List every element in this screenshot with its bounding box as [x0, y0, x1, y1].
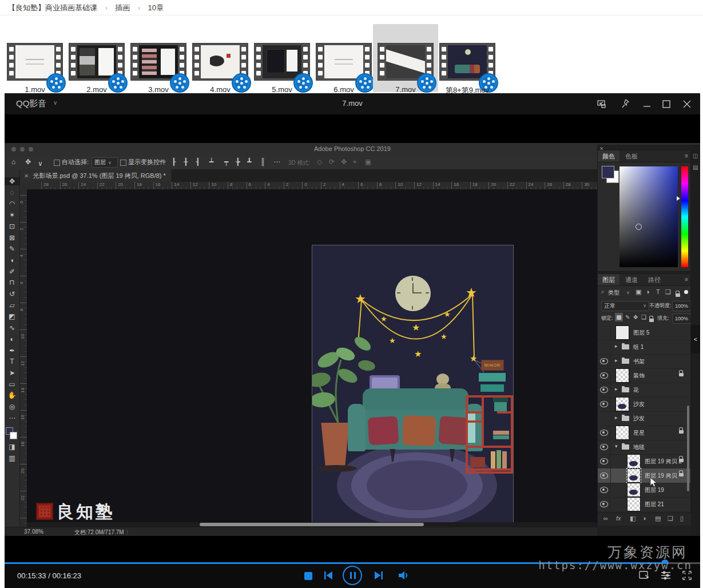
layer-thumbnail[interactable] [616, 398, 629, 411]
distribute-v-icon[interactable]: ┻ [247, 158, 251, 166]
mini-mode-button[interactable] [595, 98, 608, 110]
snapshot-button[interactable] [638, 570, 650, 581]
move-tool-icon[interactable]: ✥ [25, 158, 31, 166]
magic-wand-tool[interactable]: ✶ [5, 211, 19, 219]
visibility-toggle[interactable] [598, 483, 611, 497]
photoshop-canvas[interactable]: ★ ★ ★ ★ ★ ★ ★ ★ ★ MINOR [27, 189, 597, 522]
color-picker-marker[interactable] [636, 224, 642, 230]
more-tools[interactable]: ⋯ [5, 414, 19, 422]
auto-select-target-select[interactable]: 图层∨ [92, 157, 118, 168]
panel-menu-icon[interactable]: ≡ [685, 153, 688, 159]
minimize-button[interactable] [641, 98, 653, 110]
status-expand-arrow[interactable]: 〉 [126, 529, 132, 536]
zoom-tool[interactable]: ◎ [5, 403, 19, 411]
layer-row[interactable]: 图层 19 [598, 483, 690, 498]
chevron-right-icon[interactable]: ▸ [615, 386, 618, 392]
home-icon[interactable]: ⌂ [11, 158, 15, 166]
dodge-tool[interactable]: ◐ [5, 335, 19, 343]
pause-button[interactable] [343, 566, 362, 585]
fill-value[interactable]: 100%∨ [672, 313, 693, 324]
foreground-color-swatch[interactable] [602, 166, 614, 178]
next-button[interactable] [373, 570, 384, 581]
visibility-toggle[interactable] [598, 340, 611, 354]
layer-mask-icon[interactable]: ◧ [630, 515, 636, 522]
visibility-toggle[interactable] [598, 440, 611, 454]
lock-paint-icon[interactable]: ✎ [625, 314, 630, 320]
filter-pixel-icon[interactable]: ▣ [636, 288, 641, 296]
show-transform-checkbox[interactable] [120, 160, 126, 166]
layer-thumbnail[interactable] [627, 469, 640, 482]
gradient-tool[interactable]: ◩ [5, 312, 19, 320]
lock-artboard-icon[interactable]: ❏ [641, 314, 646, 320]
layer-name[interactable]: 装饰 [633, 372, 645, 380]
new-layer-icon[interactable]: ❏ [668, 515, 673, 522]
layer-group-row[interactable]: ▸组 1 [598, 340, 690, 355]
lock-transparent-icon[interactable]: ▩ [615, 313, 623, 321]
hue-slider-arrow[interactable] [677, 196, 680, 201]
brush-tool[interactable]: ✐ [5, 268, 19, 276]
settings-button[interactable] [660, 570, 672, 581]
horizontal-scrollbar[interactable] [27, 522, 597, 527]
shape-tool[interactable]: ▭ [5, 380, 19, 388]
chevron-down-icon[interactable]: ∨ [38, 160, 43, 168]
layer-name[interactable]: 地毯 [633, 443, 645, 451]
new-group-icon[interactable]: ▤ [655, 515, 661, 522]
visibility-toggle[interactable] [598, 368, 611, 383]
pen-tool[interactable]: ✒ [5, 347, 19, 355]
visibility-toggle[interactable] [598, 468, 611, 483]
lasso-tool[interactable]: ◠ [5, 200, 19, 208]
layer-row[interactable]: 图层 21 [598, 497, 690, 512]
tab-图层[interactable]: 图层 [598, 274, 619, 285]
chevron-down-icon[interactable]: ∨ [626, 290, 630, 295]
screen-mode-button[interactable]: ▥ [5, 454, 19, 462]
quick-mask-button[interactable]: ◨ [5, 443, 19, 451]
auto-select-checkbox[interactable] [54, 160, 60, 166]
layer-thumbnail[interactable] [616, 369, 629, 382]
align-top-icon[interactable]: ┯ [224, 158, 228, 166]
layer-name[interactable]: 图层 19 拷贝 2 [645, 458, 682, 466]
visibility-toggle[interactable] [598, 397, 611, 411]
delete-layer-icon[interactable]: ▯ [680, 515, 684, 522]
layer-group-row[interactable]: ▸花 [598, 383, 690, 398]
eyedropper-tool[interactable]: ✎ [5, 245, 19, 253]
layer-group-row[interactable]: ▾地毯 [598, 440, 690, 455]
pin-button[interactable] [619, 98, 632, 110]
layer-thumbnail[interactable] [627, 483, 640, 496]
visibility-toggle[interactable] [598, 411, 611, 426]
frame-tool[interactable]: ⊠ [5, 234, 19, 242]
document-tab[interactable]: ✕光影场景.psd @ 37.1% (图层 19 拷贝, RGB/8) * [19, 169, 172, 182]
tab-路径[interactable]: 路径 [644, 274, 665, 285]
adjustment-layer-icon[interactable]: ◑ [642, 515, 646, 522]
volume-button[interactable] [397, 570, 410, 581]
breadcrumb-item-course[interactable]: 【良知塾】商业插画基础课 [8, 3, 97, 12]
distribute-h-icon[interactable]: ╊ [236, 158, 240, 166]
filter-adjustment-icon[interactable]: ◑ [646, 288, 650, 295]
panel-menu-icon[interactable]: ≡ [685, 276, 688, 283]
layer-thumbnail[interactable] [627, 498, 640, 511]
stop-button[interactable] [304, 572, 312, 580]
visibility-toggle[interactable] [598, 497, 611, 511]
layers-scrollbar[interactable] [687, 406, 689, 491]
align-bottom-icon[interactable]: ┷ [209, 158, 213, 166]
color-gradient-field[interactable] [619, 166, 678, 267]
filter-toggle-lamp[interactable] [684, 290, 688, 294]
visibility-toggle[interactable] [598, 454, 611, 468]
opacity-value[interactable]: 100%∨ [672, 301, 693, 311]
move-tool[interactable]: ✥ [5, 177, 19, 185]
crop-tool[interactable]: ⊡ [5, 223, 19, 231]
filter-type-icon[interactable]: T [656, 288, 660, 295]
chevron-right-icon[interactable]: ▸ [615, 415, 618, 420]
filter-type-label[interactable]: 类型 [608, 289, 619, 297]
maximize-button[interactable] [660, 98, 673, 110]
tab-颜色[interactable]: 颜色 [598, 150, 619, 162]
healing-brush-tool[interactable]: ◖ [5, 256, 19, 264]
expand-panel-tab[interactable]: < [691, 325, 700, 353]
lock-all-icon[interactable] [649, 319, 654, 322]
background-color-swatch[interactable] [10, 432, 17, 439]
layer-thumbnail[interactable] [627, 455, 640, 468]
align-left-icon[interactable]: ┠ [172, 158, 176, 166]
marquee-tool[interactable]: ◌ [5, 189, 19, 197]
tab-通道[interactable]: 通道 [621, 274, 642, 285]
breadcrumb-item-chapter[interactable]: 10章 [148, 3, 164, 12]
chevron-right-icon[interactable]: ▸ [615, 357, 618, 363]
